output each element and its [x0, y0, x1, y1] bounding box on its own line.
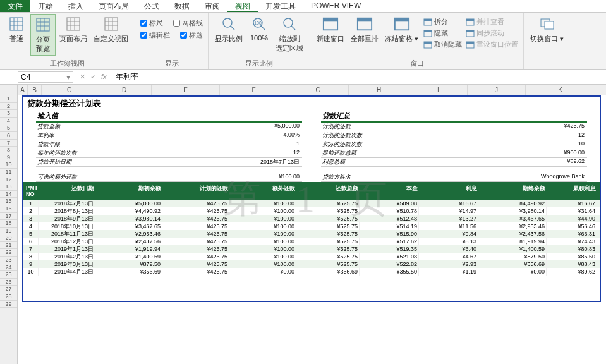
svg-line-23 — [261, 26, 265, 30]
cancel-icon[interactable]: ✕ — [80, 73, 85, 81]
row-header[interactable]: 5 — [0, 124, 17, 132]
row-header[interactable]: 18 — [0, 220, 17, 228]
row-header[interactable]: 25 — [0, 271, 17, 279]
row-header[interactable]: 29 — [0, 301, 17, 308]
tab-数据[interactable]: 数据 — [167, 0, 197, 12]
tab-页面布局[interactable]: 页面布局 — [91, 0, 136, 12]
col-header[interactable]: D — [97, 85, 152, 95]
tab-审阅[interactable]: 审阅 — [197, 0, 227, 12]
row-header[interactable]: 3 — [0, 110, 17, 118]
row-header[interactable]: 6 — [0, 132, 17, 140]
win-unhide[interactable]: 取消隐藏 — [422, 39, 463, 50]
tab-POWER VIEW[interactable]: POWER VIEW — [303, 0, 368, 12]
col-header[interactable]: G — [288, 85, 349, 95]
name-box[interactable]: C4▾ — [18, 71, 73, 83]
table-row[interactable]: 82019年2月13日¥1,400.59¥425.75¥100.00¥525.7… — [23, 253, 600, 260]
col-header[interactable]: B — [28, 85, 42, 95]
row-header[interactable]: 9 — [0, 154, 17, 162]
kv-row: 贷款年限1 — [36, 140, 302, 149]
win-split[interactable]: 拆分 — [422, 16, 463, 27]
view-btn-2[interactable]: 页面布局 — [57, 14, 90, 45]
row-header[interactable]: 1 — [0, 95, 17, 103]
row-header[interactable]: 19 — [0, 228, 17, 235]
window-btn-2[interactable]: 冻结窗格 ▾ — [382, 14, 421, 45]
svg-rect-28 — [324, 18, 337, 22]
col-header[interactable]: I — [409, 85, 468, 95]
check-网格线[interactable]: 网格线 — [172, 18, 204, 28]
window-btn-1[interactable]: 全部重排 — [348, 14, 381, 45]
zoom-btn-0[interactable]: 显示比例 — [212, 14, 245, 45]
row-header[interactable]: 28 — [0, 293, 17, 301]
unhide-icon — [423, 40, 432, 49]
table-row[interactable]: 72019年1月13日¥1,919.94¥425.75¥100.00¥525.7… — [23, 245, 600, 253]
view-btn-3[interactable]: 自定义视图 — [91, 14, 131, 45]
table-row[interactable]: 32018年9月13日¥3,980.14¥425.75¥100.00¥525.7… — [23, 215, 600, 222]
fx-icon[interactable]: fx — [101, 73, 107, 81]
win-ss: 同步滚动 — [464, 28, 519, 39]
table-row[interactable]: 42018年10月13日¥3,467.65¥425.75¥100.00¥525.… — [23, 222, 600, 230]
row-header[interactable]: 12 — [0, 176, 17, 184]
row-header[interactable]: 22 — [0, 249, 17, 257]
svg-rect-15 — [105, 18, 118, 30]
col-header[interactable]: J — [468, 85, 526, 95]
table-row[interactable]: 22018年8月13日¥4,490.92¥425.75¥100.00¥525.7… — [23, 207, 600, 215]
row-header[interactable]: 20 — [0, 234, 17, 242]
tab-开始[interactable]: 开始 — [30, 0, 61, 12]
col-header[interactable]: C — [42, 85, 97, 95]
row-header[interactable]: 2 — [0, 103, 17, 111]
table-row[interactable]: 102019年4月13日¥356.69¥425.75¥0.00¥356.69¥3… — [23, 268, 600, 276]
row-header[interactable]: 8 — [0, 147, 17, 154]
svg-rect-42 — [466, 30, 474, 32]
ribbon: 普通分页 预览页面布局自定义视图 工作簿视图 标尺网格线编辑栏标题 显示 显示比… — [0, 13, 606, 70]
col-header[interactable]: K — [526, 85, 595, 95]
tab-视图[interactable]: 视图 — [227, 0, 258, 12]
check-标题[interactable]: 标题 — [179, 30, 204, 40]
formula-input[interactable]: 年利率 — [111, 71, 606, 83]
row-header[interactable]: 27 — [0, 286, 17, 293]
svg-rect-10 — [67, 18, 80, 30]
row-header[interactable]: 11 — [0, 169, 17, 176]
switch-window-btn[interactable]: 切换窗口 ▾ — [528, 14, 566, 45]
check-标尺[interactable]: 标尺 — [139, 18, 164, 28]
table-row[interactable]: 52018年11月13日¥2,953.46¥425.75¥100.00¥525.… — [23, 230, 600, 238]
row-header[interactable]: 16 — [0, 205, 17, 213]
row-header[interactable]: 15 — [0, 198, 17, 205]
split-icon — [423, 18, 432, 27]
tab-插入[interactable]: 插入 — [61, 0, 91, 12]
row-header[interactable]: 7 — [0, 140, 17, 147]
col-header[interactable]: A — [18, 85, 28, 95]
row-header[interactable]: 21 — [0, 242, 17, 250]
col-header[interactable]: E — [152, 85, 220, 95]
row-header[interactable]: 26 — [0, 279, 17, 286]
tab-公式[interactable]: 公式 — [136, 0, 167, 12]
row-header[interactable]: 23 — [0, 257, 17, 264]
table-row[interactable]: 92019年3月13日¥879.50¥425.75¥100.00¥525.75¥… — [23, 260, 600, 268]
row-header[interactable]: 4 — [0, 118, 17, 125]
table-row[interactable]: 12018年7月13日¥5,000.00¥425.75¥100.00¥525.7… — [23, 200, 600, 207]
window-btn-0[interactable]: 新建窗口 — [314, 14, 347, 45]
view-btn-1[interactable]: 分页 预览 — [30, 14, 56, 56]
row-header[interactable]: 24 — [0, 264, 17, 272]
kv-row: 年利率4.00% — [36, 131, 302, 140]
win-hide[interactable]: 隐藏 — [422, 28, 463, 39]
ss-icon — [466, 29, 475, 38]
svg-rect-34 — [424, 19, 432, 21]
col-header[interactable]: F — [220, 85, 288, 95]
view-btn-0[interactable]: 普通 — [4, 14, 29, 45]
tab-开发工具[interactable]: 开发工具 — [258, 0, 303, 12]
zoom-btn-2[interactable]: 缩放到 选定区域 — [273, 14, 306, 54]
check-编辑栏[interactable]: 编辑栏 — [139, 30, 171, 40]
confirm-icon[interactable]: ✓ — [90, 73, 96, 81]
kv-row: 贷款金额¥5,000.00 — [36, 123, 302, 131]
tab-file[interactable]: 文件 — [0, 0, 30, 12]
group-label-switch — [528, 68, 566, 69]
row-header[interactable]: 10 — [0, 161, 17, 169]
window-icon — [393, 15, 411, 33]
col-header[interactable]: H — [349, 85, 409, 95]
row-header[interactable]: 14 — [0, 191, 17, 198]
row-header[interactable]: 17 — [0, 213, 17, 221]
svg-rect-0 — [10, 18, 23, 30]
zoom-btn-1[interactable]: 100100% — [246, 14, 272, 43]
table-row[interactable]: 62018年12月13日¥2,437.56¥425.75¥100.00¥525.… — [23, 238, 600, 245]
row-header[interactable]: 13 — [0, 183, 17, 191]
